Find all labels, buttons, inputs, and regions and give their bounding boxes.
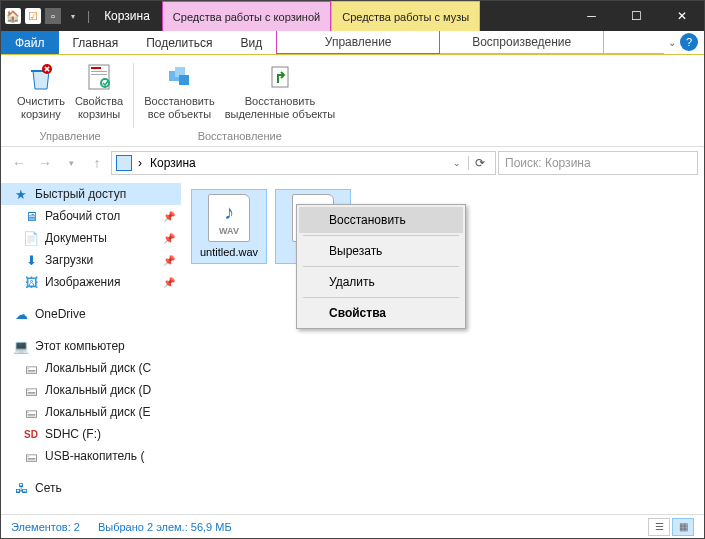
restore-all-button[interactable]: Восстановить все объекты — [140, 59, 218, 128]
sidebar-pictures[interactable]: 🖼Изображения📌 — [1, 271, 181, 293]
refresh-button[interactable]: ⟳ — [468, 156, 491, 170]
onedrive-icon: ☁ — [13, 306, 29, 322]
titlebar: 🏠 ☑ ▫ ▾ | Корзина Средства работы с корз… — [1, 1, 704, 31]
pin-icon: 📌 — [163, 255, 175, 266]
sidebar-usb[interactable]: 🖴USB-накопитель ( — [1, 445, 181, 467]
restore-all-icon — [163, 61, 195, 93]
details-view-button[interactable]: ☰ — [648, 518, 670, 536]
sidebar-downloads[interactable]: ⬇Загрузки📌 — [1, 249, 181, 271]
properties-icon — [83, 61, 115, 93]
share-tab[interactable]: Поделиться — [132, 31, 226, 54]
history-dropdown[interactable]: ▾ — [59, 151, 83, 175]
sidebar-this-pc[interactable]: 💻Этот компьютер — [1, 335, 181, 357]
downloads-icon: ⬇ — [23, 252, 39, 268]
svg-rect-3 — [91, 71, 107, 72]
ribbon: Очистить корзину Свойства корзины Управл… — [1, 55, 704, 147]
restore-selected-button[interactable]: Восстановить выделенные объекты — [221, 59, 340, 128]
disk-icon: 🖴 — [23, 404, 39, 420]
app-icon: 🏠 — [5, 8, 21, 24]
minimize-button[interactable]: ─ — [569, 1, 614, 31]
close-button[interactable]: ✕ — [659, 1, 704, 31]
star-icon: ★ — [13, 186, 29, 202]
search-input[interactable]: Поиск: Корзина — [498, 151, 698, 175]
context-tab-music[interactable]: Средства работы с музы — [331, 1, 480, 31]
home-tab[interactable]: Главная — [59, 31, 133, 54]
sidebar-network[interactable]: 🖧Сеть — [1, 477, 181, 499]
file-tab[interactable]: Файл — [1, 31, 59, 54]
pin-icon: 📌 — [163, 233, 175, 244]
svg-rect-8 — [179, 75, 189, 85]
ctx-properties[interactable]: Свойства — [299, 300, 463, 326]
manage-tab[interactable]: Управление — [276, 31, 440, 54]
pc-icon: 💻 — [13, 338, 29, 354]
ctx-cut[interactable]: Вырезать — [299, 238, 463, 264]
empty-recycle-bin-button[interactable]: Очистить корзину — [13, 59, 69, 128]
pin-icon: 📌 — [163, 211, 175, 222]
svg-rect-4 — [91, 74, 107, 75]
address-dropdown-icon[interactable]: ⌄ — [450, 158, 464, 168]
navigation-bar: ← → ▾ ↑ › Корзина ⌄ ⟳ Поиск: Корзина — [1, 147, 704, 179]
sidebar-disk-e[interactable]: 🖴Локальный диск (E — [1, 401, 181, 423]
item-count: Элементов: 2 — [11, 521, 80, 533]
navigation-pane: ★Быстрый доступ 🖥Рабочий стол📌 📄Документ… — [1, 179, 181, 514]
statusbar: Элементов: 2 Выбрано 2 элем.: 56,9 МБ ☰ … — [1, 514, 704, 538]
view-tab[interactable]: Вид — [226, 31, 276, 54]
sidebar-documents[interactable]: 📄Документы📌 — [1, 227, 181, 249]
qat-dropdown-icon[interactable]: ▾ — [65, 8, 81, 24]
icons-view-button[interactable]: ▦ — [672, 518, 694, 536]
svg-rect-9 — [272, 67, 288, 87]
sidebar-desktop[interactable]: 🖥Рабочий стол📌 — [1, 205, 181, 227]
qat-new-icon[interactable]: ▫ — [45, 8, 61, 24]
sd-card-icon: SD — [23, 426, 39, 442]
wav-file-icon: ♪ WAV — [208, 194, 250, 242]
file-name: untitled.wav — [200, 246, 258, 259]
ctx-separator — [303, 235, 459, 236]
pictures-icon: 🖼 — [23, 274, 39, 290]
pin-icon: 📌 — [163, 277, 175, 288]
music-note-icon: ♪ — [224, 201, 234, 224]
ribbon-group-restore: Восстановление — [140, 128, 339, 146]
maximize-button[interactable]: ☐ — [614, 1, 659, 31]
context-menu: Восстановить Вырезать Удалить Свойства — [296, 204, 466, 329]
back-button[interactable]: ← — [7, 151, 31, 175]
documents-icon: 📄 — [23, 230, 39, 246]
breadcrumb-item[interactable]: Корзина — [148, 156, 198, 170]
file-item[interactable]: ♪ WAV untitled.wav — [191, 189, 267, 264]
usb-icon: 🖴 — [23, 448, 39, 464]
context-tab-recycle-bin[interactable]: Средства работы с корзиной — [162, 1, 331, 31]
selection-info: Выбрано 2 элем.: 56,9 МБ — [98, 521, 232, 533]
forward-button[interactable]: → — [33, 151, 57, 175]
restore-selected-icon — [264, 61, 296, 93]
recycle-bin-icon — [25, 61, 57, 93]
window-title: Корзина — [96, 1, 158, 31]
help-icon[interactable]: ? — [680, 33, 698, 51]
ctx-separator — [303, 266, 459, 267]
recycle-bin-small-icon — [116, 155, 132, 171]
svg-rect-2 — [91, 67, 101, 69]
qat-checkbox-icon[interactable]: ☑ — [25, 8, 41, 24]
recycle-bin-properties-button[interactable]: Свойства корзины — [71, 59, 127, 128]
sidebar-disk-d[interactable]: 🖴Локальный диск (D — [1, 379, 181, 401]
ctx-delete[interactable]: Удалить — [299, 269, 463, 295]
network-icon: 🖧 — [13, 480, 29, 496]
ctx-restore[interactable]: Восстановить — [299, 207, 463, 233]
menubar: Файл Главная Поделиться Вид Управление В… — [1, 31, 704, 55]
sidebar-onedrive[interactable]: ☁OneDrive — [1, 303, 181, 325]
disk-icon: 🖴 — [23, 360, 39, 376]
ribbon-group-manage: Управление — [13, 128, 127, 146]
sidebar-quick-access[interactable]: ★Быстрый доступ — [1, 183, 181, 205]
sidebar-disk-c[interactable]: 🖴Локальный диск (C — [1, 357, 181, 379]
sidebar-sdhc[interactable]: SDSDHC (F:) — [1, 423, 181, 445]
ribbon-expand-icon[interactable]: ⌄ — [664, 31, 680, 54]
address-bar[interactable]: › Корзина ⌄ ⟳ — [111, 151, 496, 175]
playback-tab[interactable]: Воспроизведение — [440, 31, 604, 54]
desktop-icon: 🖥 — [23, 208, 39, 224]
up-button[interactable]: ↑ — [85, 151, 109, 175]
ctx-separator — [303, 297, 459, 298]
breadcrumb-separator: › — [136, 156, 144, 170]
disk-icon: 🖴 — [23, 382, 39, 398]
